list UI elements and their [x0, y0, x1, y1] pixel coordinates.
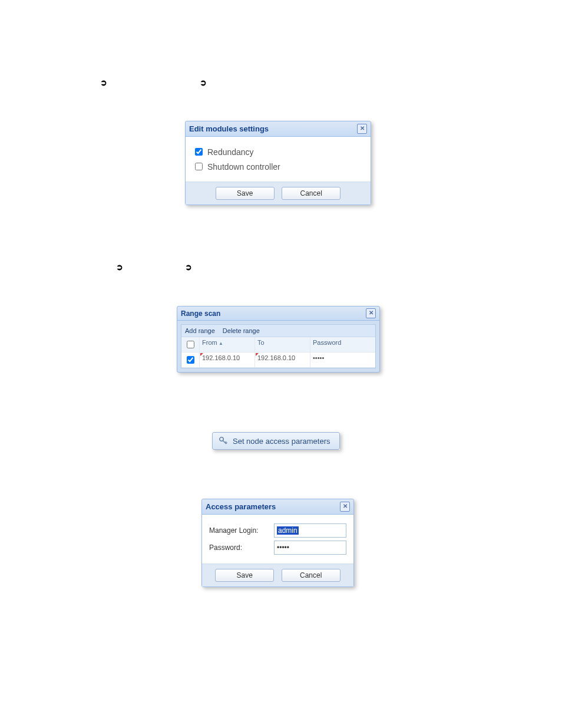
close-icon[interactable]: ✕ — [366, 308, 376, 318]
row-checkbox[interactable] — [187, 356, 194, 364]
save-button[interactable]: Save — [215, 569, 274, 582]
range-toolbar: Add range Delete range — [181, 325, 375, 337]
set-node-access-label: Set node access parameters — [233, 437, 330, 446]
cell-from[interactable]: 192.168.0.10 — [199, 353, 255, 367]
cancel-button[interactable]: Cancel — [282, 187, 340, 200]
password-value: ••••• — [277, 543, 289, 552]
shutdown-controller-label: Shutdown controller — [207, 162, 280, 172]
add-range-button[interactable]: Add range — [185, 327, 215, 334]
manager-login-input[interactable]: admin — [274, 523, 346, 538]
arrow-icon: ➲ — [185, 262, 192, 272]
manager-login-value: admin — [277, 526, 299, 535]
table-row[interactable]: 192.168.0.10 192.168.0.10 ••••• — [181, 353, 375, 368]
column-password[interactable]: Password — [310, 337, 375, 352]
password-input[interactable]: ••••• — [274, 541, 346, 555]
select-all-checkbox[interactable] — [181, 337, 199, 352]
dialog-title: Access parameters — [206, 502, 276, 511]
cell-password[interactable]: ••••• — [310, 353, 375, 367]
redundancy-label: Redundancy — [207, 147, 254, 157]
dialog-title: Edit modules settings — [189, 124, 269, 133]
manager-login-label: Manager Login: — [209, 526, 274, 535]
arrow-icon: ➲ — [116, 262, 123, 272]
dialog-body: Manager Login: admin Password: ••••• — [202, 515, 353, 564]
edit-modules-settings-dialog: Edit modules settings ✕ Redundancy Shutd… — [185, 121, 371, 205]
set-node-access-button[interactable]: Set node access parameters — [212, 432, 340, 450]
save-button[interactable]: Save — [216, 187, 275, 200]
set-node-access-button-wrap: Set node access parameters — [212, 432, 340, 450]
close-icon[interactable]: ✕ — [357, 124, 367, 134]
range-grid: Add range Delete range From To Password … — [181, 324, 376, 368]
arrow-icon: ➲ — [100, 78, 107, 87]
close-icon[interactable]: ✕ — [340, 502, 350, 512]
delete-range-button[interactable]: Delete range — [223, 327, 260, 334]
dialog-footer: Save Cancel — [202, 564, 353, 587]
dialog-header: Range scan ✕ — [177, 307, 379, 321]
password-label: Password: — [209, 543, 274, 552]
redundancy-checkbox[interactable] — [195, 148, 203, 156]
redundancy-option[interactable]: Redundancy — [193, 146, 363, 157]
cancel-button[interactable]: Cancel — [282, 569, 340, 582]
dialog-footer: Save Cancel — [186, 182, 371, 205]
password-row: Password: ••••• — [209, 541, 346, 555]
manager-login-row: Manager Login: admin — [209, 523, 346, 538]
cell-to[interactable]: 192.168.0.10 — [255, 353, 310, 367]
dialog-body: Redundancy Shutdown controller — [186, 137, 371, 182]
column-from[interactable]: From — [199, 337, 255, 352]
arrow-icon: ➲ — [200, 78, 207, 87]
access-parameters-dialog: Access parameters ✕ Manager Login: admin… — [201, 499, 354, 587]
table-header: From To Password — [181, 337, 375, 353]
range-scan-panel: Range scan ✕ Add range Delete range From… — [177, 306, 380, 373]
column-to[interactable]: To — [255, 337, 310, 352]
dialog-title: Range scan — [181, 309, 220, 318]
key-icon — [219, 436, 228, 446]
svg-line-2 — [225, 442, 226, 443]
svg-line-3 — [226, 443, 227, 444]
dialog-header: Edit modules settings ✕ — [186, 121, 371, 137]
shutdown-controller-option[interactable]: Shutdown controller — [193, 161, 363, 172]
shutdown-controller-checkbox[interactable] — [195, 163, 203, 170]
dialog-header: Access parameters ✕ — [202, 499, 353, 515]
